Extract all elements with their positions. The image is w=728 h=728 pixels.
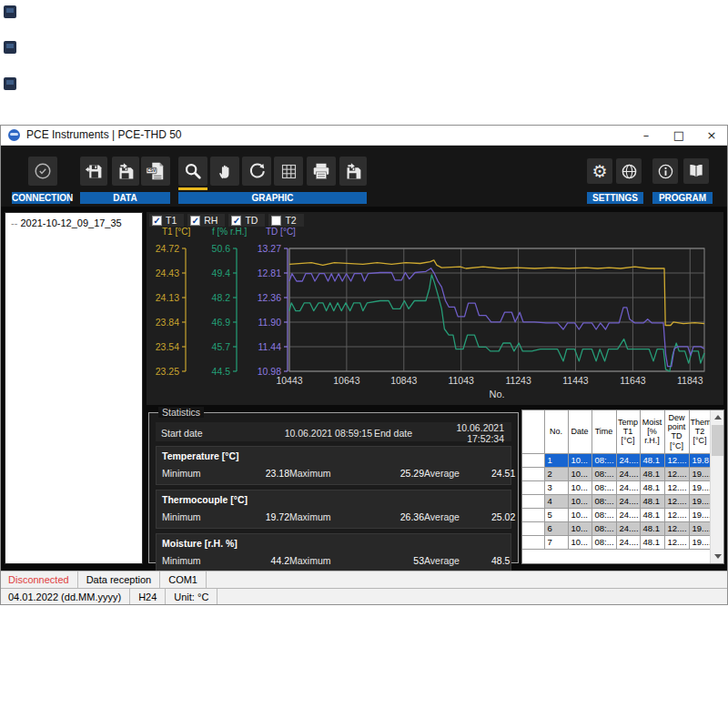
table-row[interactable]: 310...08:...24....48.112....19.... [522,480,711,494]
table-cell[interactable]: 12.... [664,467,689,480]
table-cell[interactable]: 12.... [664,535,689,549]
table-row[interactable]: ▶110...08:...24....48.112....19.8 [522,453,711,467]
connect-button[interactable] [28,157,57,186]
table-cell[interactable]: 24.... [616,467,640,480]
table-cell[interactable]: 19.... [689,521,711,535]
table-cell[interactable]: 08:... [592,494,616,508]
maximize-button[interactable]: □ [662,125,695,145]
table-cell[interactable]: 4 [544,494,568,508]
table-cell[interactable]: 19.... [689,508,711,521]
scrollbar-thumb[interactable] [712,425,723,456]
print-button[interactable] [307,157,336,186]
table-cell[interactable]: 10... [568,480,592,494]
legend-checkbox-rh[interactable]: ✓RH [187,214,225,227]
table-cell[interactable]: 08:... [592,535,616,549]
table-cell[interactable]: 48.1 [640,508,664,521]
column-header[interactable]: Date [568,410,592,453]
table-cell[interactable]: 24.... [616,494,640,508]
table-cell[interactable]: 48.1 [640,521,664,535]
table-cell[interactable]: 3 [544,480,568,494]
scroll-up-arrow-icon[interactable] [711,410,724,424]
chart[interactable]: 24.7224.4324.1323.8423.5423.2550.649.448… [147,212,723,409]
table-cell[interactable]: 5 [544,508,568,521]
csv-export-button[interactable]: CSV [141,157,170,186]
table-row[interactable]: 210...08:...24....48.112....19.... [522,467,711,480]
column-header[interactable]: Them T2 [°C] [689,410,711,453]
table-cell[interactable]: 08:... [592,521,616,535]
table-cell[interactable]: 08:... [592,508,616,521]
table-cell[interactable]: 10... [568,453,592,467]
graphic-export-button[interactable] [339,157,367,186]
chart-canvas[interactable]: 24.7224.4324.1323.8423.5423.2550.649.448… [147,212,723,405]
table-row[interactable]: 710...08:...24....48.112....19.... [522,535,711,549]
table-cell[interactable]: 19.... [689,467,711,480]
table-row[interactable]: 610...08:...24....48.112....19.... [522,521,711,535]
table-cell[interactable]: 08:... [592,453,616,467]
table-cell[interactable]: 24.... [616,521,640,535]
table-cell[interactable]: 12.... [664,494,689,508]
table-cell[interactable]: 48.1 [640,494,664,508]
reset-view-button[interactable] [242,157,271,186]
table-cell[interactable]: 19.8 [689,453,711,467]
table-cell[interactable]: 12.... [664,508,689,521]
grid-toggle-button[interactable] [274,157,303,186]
table-cell[interactable]: 10... [568,535,592,549]
tree-item-measurement[interactable]: -- 2021-10-12_09_17_35 [5,213,142,230]
table-cell[interactable]: 10... [568,521,592,535]
close-button[interactable]: × [695,125,728,145]
table-cell[interactable]: 12.... [664,480,689,494]
info-button[interactable] [652,158,678,184]
column-header[interactable]: Time [592,410,616,453]
desktop-shortcut-icon[interactable] [4,41,16,54]
table-cell[interactable]: 24.... [616,535,640,549]
scroll-down-arrow-icon[interactable] [711,550,724,563]
column-header[interactable]: Moist [% r.H.] [640,410,664,453]
save-data-button[interactable] [80,157,107,186]
column-header[interactable]: No. [544,410,568,453]
table-cell[interactable]: 6 [544,521,568,535]
table-cell[interactable]: 48.1 [640,480,664,494]
language-button[interactable] [616,158,642,184]
axis-tick-label: 11.44 [258,341,282,352]
pan-tool-button[interactable] [210,157,239,186]
legend-checkbox-t1[interactable]: ✓T1 [149,214,184,227]
desktop-background [0,606,728,728]
table-cell[interactable]: 7 [544,535,568,549]
table-cell[interactable]: 48.1 [640,467,664,480]
table-cell[interactable]: 08:... [592,467,616,480]
table-cell[interactable]: 1 [544,453,568,467]
settings-button[interactable]: ⚙ [587,158,612,184]
desktop-shortcut-icon[interactable] [4,77,16,90]
checkbox-checked-icon[interactable]: ✓ [190,216,200,226]
checkbox-checked-icon[interactable]: ✓ [231,216,241,226]
table-row[interactable]: 510...08:...24....48.112....19.... [522,508,711,521]
table-cell[interactable]: 48.1 [640,453,664,467]
table-cell[interactable]: 2 [544,467,568,480]
table-cell[interactable]: 08:... [592,480,616,494]
table-cell[interactable]: 19.... [689,480,711,494]
manual-button[interactable] [683,158,709,184]
zoom-tool-button[interactable] [178,157,207,186]
column-header[interactable]: Temp T1 [°C] [616,410,640,453]
table-cell[interactable]: 19.... [689,535,711,549]
table-cell[interactable]: 24.... [616,480,640,494]
table-cell[interactable]: 12.... [664,453,689,467]
table-cell[interactable]: 12.... [664,521,689,535]
column-header[interactable]: Dew point TD [°C] [664,410,689,453]
table-scrollbar[interactable] [710,410,723,563]
legend-checkbox-t2[interactable]: T2 [268,214,303,227]
table-cell[interactable]: 10... [568,494,592,508]
minimize-button[interactable]: – [630,125,662,145]
table-cell[interactable]: 24.... [616,453,640,467]
desktop-shortcut-icon[interactable] [4,5,16,18]
table-cell[interactable]: 19.... [689,494,711,508]
table-cell[interactable]: 10... [568,467,592,480]
legend-checkbox-td[interactable]: ✓TD [228,214,265,227]
table-cell[interactable]: 48.1 [640,535,664,549]
table-cell[interactable]: 10... [568,508,592,521]
checkbox-checked-icon[interactable]: ✓ [152,216,162,226]
checkbox-unchecked-icon[interactable] [271,216,281,226]
load-data-button[interactable] [112,157,139,186]
table-cell[interactable]: 24.... [616,508,640,521]
table-row[interactable]: 410...08:...24....48.112....19.... [522,494,711,508]
